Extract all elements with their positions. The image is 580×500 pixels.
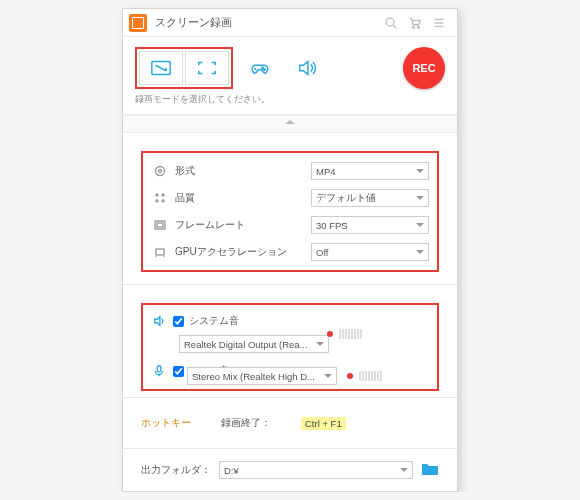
- gpu-label: GPUアクセラレーション: [175, 245, 311, 259]
- svg-point-2: [412, 26, 414, 28]
- svg-point-11: [264, 69, 265, 70]
- svg-point-3: [418, 26, 420, 28]
- mic-meter: [347, 371, 382, 381]
- hotkey-panel: ホットキー 録画終了： Ctrl + F1: [123, 398, 457, 449]
- framerate-dropdown[interactable]: 30 FPS: [311, 216, 429, 234]
- system-audio-meter: [327, 329, 362, 339]
- region-mode-button[interactable]: [139, 51, 183, 85]
- audio-panel: システム音 Realtek Digital Output (Rea... マイク…: [123, 285, 457, 398]
- svg-rect-23: [157, 366, 161, 372]
- svg-point-0: [386, 18, 394, 26]
- format-dropdown[interactable]: MP4: [311, 162, 429, 180]
- menu-icon[interactable]: [427, 11, 451, 35]
- cart-icon[interactable]: [403, 11, 427, 35]
- app-title: スクリーン録画: [155, 15, 379, 30]
- output-label: 出力フォルダ：: [141, 463, 211, 477]
- settings-panel: 形式MP4 品質デフォルト値 フレームレート30 FPS GPUアクセラレーショ…: [123, 133, 457, 285]
- mode-section: REC 録画モードを選択してください。: [123, 37, 457, 115]
- mode-highlight-box: [135, 47, 233, 89]
- svg-point-15: [162, 194, 164, 196]
- mic-device-dropdown[interactable]: Stereo Mix (Realtek High D...: [187, 367, 337, 385]
- svg-point-16: [156, 200, 158, 202]
- search-icon[interactable]: [379, 11, 403, 35]
- output-panel: 出力フォルダ： D:¥: [123, 449, 457, 491]
- svg-point-10: [262, 67, 263, 68]
- svg-point-12: [156, 167, 165, 176]
- hotkey-end-label: 録画終了：: [221, 416, 271, 430]
- record-button[interactable]: REC: [403, 47, 445, 89]
- audio-mode-button[interactable]: [285, 51, 329, 85]
- quality-label: 品質: [175, 191, 311, 205]
- settings-highlight-box: 形式MP4 品質デフォルト値 フレームレート30 FPS GPUアクセラレーショ…: [141, 151, 439, 272]
- mic-icon: [151, 364, 167, 378]
- format-icon: [151, 164, 169, 178]
- collapse-toggle[interactable]: [123, 115, 457, 133]
- svg-line-1: [393, 25, 396, 28]
- quality-icon: [151, 191, 169, 205]
- hotkey-label: ホットキー: [141, 416, 191, 430]
- framerate-icon: [151, 218, 169, 232]
- gpu-icon: [151, 245, 169, 259]
- mic-checkbox[interactable]: [173, 366, 184, 377]
- quality-dropdown[interactable]: デフォルト値: [311, 189, 429, 207]
- titlebar: スクリーン録画: [123, 9, 457, 37]
- svg-rect-19: [157, 223, 163, 227]
- system-audio-label: システム音: [189, 314, 239, 328]
- svg-point-17: [162, 200, 164, 202]
- app-icon: [129, 14, 147, 32]
- hotkey-end-key: Ctrl + F1: [301, 417, 346, 430]
- speaker-icon: [151, 314, 167, 328]
- output-path-dropdown[interactable]: D:¥: [219, 461, 413, 479]
- format-label: 形式: [175, 164, 311, 178]
- app-window: スクリーン録画 REC 録画モードを選択してください。 形式MP4 品質デフォル…: [122, 8, 458, 492]
- framerate-label: フレームレート: [175, 218, 311, 232]
- game-mode-button[interactable]: [237, 51, 281, 85]
- svg-point-13: [159, 170, 162, 173]
- mode-hint: 録画モードを選択してください。: [135, 93, 445, 106]
- folder-open-icon[interactable]: [421, 462, 439, 478]
- svg-point-14: [156, 194, 158, 196]
- svg-rect-20: [156, 249, 164, 255]
- system-audio-checkbox[interactable]: [173, 316, 184, 327]
- fullscreen-mode-button[interactable]: [185, 51, 229, 85]
- gpu-dropdown[interactable]: Off: [311, 243, 429, 261]
